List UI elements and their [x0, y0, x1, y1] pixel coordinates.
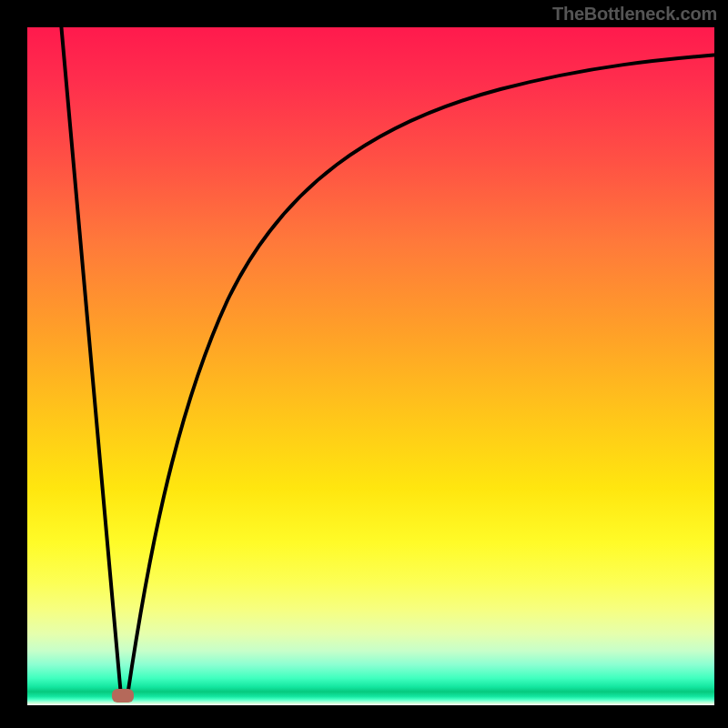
attribution-text: TheBottleneck.com	[552, 4, 717, 25]
curve-layer	[27, 27, 714, 705]
curve-right-ascent	[127, 55, 719, 696]
optimum-marker	[112, 689, 134, 703]
chart-plot-area	[27, 27, 714, 705]
curve-left-descent	[61, 23, 121, 696]
